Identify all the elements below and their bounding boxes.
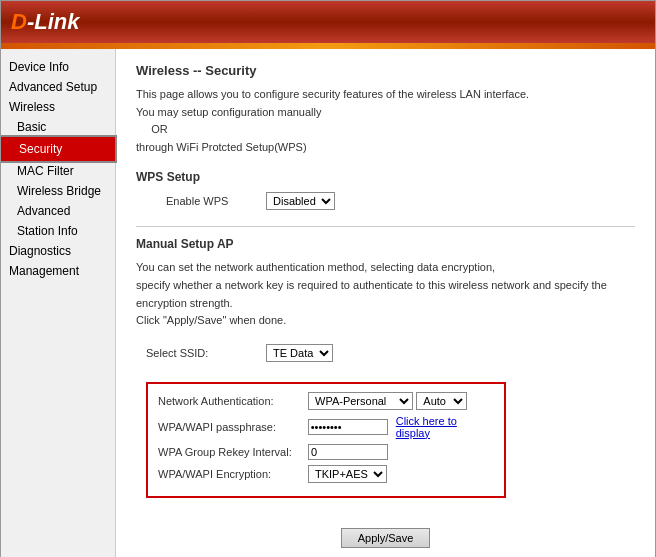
manual-title: Manual Setup AP bbox=[136, 237, 635, 251]
encryption-select[interactable]: TKIP+AES TKIP AES bbox=[308, 465, 387, 483]
wps-section: WPS Setup Enable WPS Disabled Enabled bbox=[136, 170, 635, 210]
encryption-row: WPA/WAPI Encryption: TKIP+AES TKIP AES bbox=[158, 465, 494, 483]
passphrase-label: WPA/WAPI passphrase: bbox=[158, 421, 308, 433]
sidebar-item-device-info[interactable]: Device Info bbox=[1, 57, 115, 77]
ssid-row: Select SSID: TE Data bbox=[136, 344, 635, 362]
sidebar-item-advanced-setup[interactable]: Advanced Setup bbox=[1, 77, 115, 97]
security-config-box: Network Authentication: WPA-Personal WPA… bbox=[146, 382, 506, 498]
manual-section: Manual Setup AP You can set the network … bbox=[136, 237, 635, 507]
ssid-label: Select SSID: bbox=[146, 347, 266, 359]
logo: D-Link bbox=[11, 9, 79, 35]
main-layout: Device Info Advanced Setup Wireless Basi… bbox=[1, 49, 655, 557]
rekey-input[interactable] bbox=[308, 444, 388, 460]
sidebar-item-station-info[interactable]: Station Info bbox=[1, 221, 115, 241]
page-title: Wireless -- Security bbox=[136, 63, 635, 78]
sidebar-item-diagnostics[interactable]: Diagnostics bbox=[1, 241, 115, 261]
rekey-row: WPA Group Rekey Interval: bbox=[158, 444, 494, 460]
logo-link: -Link bbox=[27, 9, 80, 34]
divider bbox=[136, 226, 635, 227]
sidebar-item-basic[interactable]: Basic bbox=[1, 117, 115, 137]
sidebar-item-wireless[interactable]: Wireless bbox=[1, 97, 115, 117]
sidebar-item-security[interactable]: Security bbox=[1, 137, 115, 161]
apply-save-button[interactable]: Apply/Save bbox=[341, 528, 431, 548]
sidebar-item-wireless-bridge[interactable]: Wireless Bridge bbox=[1, 181, 115, 201]
logo-d: D bbox=[11, 9, 27, 34]
sidebar-item-mac-filter[interactable]: MAC Filter bbox=[1, 161, 115, 181]
page-description: This page allows you to configure securi… bbox=[136, 86, 635, 156]
network-auth-label: Network Authentication: bbox=[158, 395, 308, 407]
network-auth-mode-select[interactable]: Auto TKIP AES bbox=[416, 392, 467, 410]
wps-enable-row: Enable WPS Disabled Enabled bbox=[136, 192, 635, 210]
encryption-label: WPA/WAPI Encryption: bbox=[158, 468, 308, 480]
passphrase-input[interactable] bbox=[308, 419, 388, 435]
rekey-label: WPA Group Rekey Interval: bbox=[158, 446, 308, 458]
passphrase-row: WPA/WAPI passphrase: Click here to displ… bbox=[158, 415, 494, 439]
click-here-link[interactable]: Click here to display bbox=[396, 415, 494, 439]
ssid-select[interactable]: TE Data bbox=[266, 344, 333, 362]
apply-row: Apply/Save bbox=[136, 528, 635, 548]
network-auth-row: Network Authentication: WPA-Personal WPA… bbox=[158, 392, 494, 410]
sidebar: Device Info Advanced Setup Wireless Basi… bbox=[1, 49, 116, 557]
wps-title: WPS Setup bbox=[136, 170, 635, 184]
network-auth-select[interactable]: WPA-Personal WPA2-Personal WPA-Enterpris… bbox=[308, 392, 413, 410]
sidebar-item-management[interactable]: Management bbox=[1, 261, 115, 281]
content-area: Wireless -- Security This page allows yo… bbox=[116, 49, 655, 557]
sidebar-item-advanced[interactable]: Advanced bbox=[1, 201, 115, 221]
manual-description: You can set the network authentication m… bbox=[136, 259, 635, 329]
wps-enable-select[interactable]: Disabled Enabled bbox=[266, 192, 335, 210]
wps-enable-label: Enable WPS bbox=[166, 195, 266, 207]
header: D-Link bbox=[1, 1, 655, 43]
